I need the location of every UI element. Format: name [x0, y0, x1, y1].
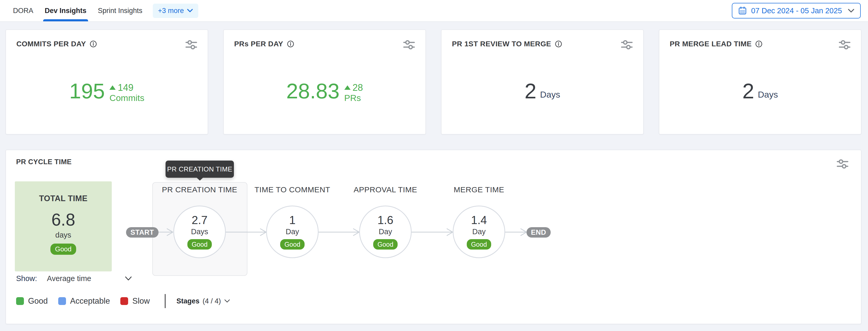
- metric-unit: PRs: [344, 93, 361, 103]
- stage-pr-creation-time[interactable]: PR CREATION TIME 2.7 Days Good: [158, 185, 241, 258]
- metric-unit: Days: [758, 89, 778, 100]
- metric-value: 195: [69, 80, 105, 102]
- legend-swatch-slow: [120, 297, 128, 305]
- stage-label: PR CREATION TIME: [162, 185, 237, 194]
- stage-tooltip: PR CREATION TIME: [165, 161, 234, 178]
- tab-dev-insights-label: Dev Insights: [45, 7, 87, 15]
- status-badge: Good: [467, 239, 491, 250]
- card-commits-per-day: COMMITS PER DAY 195 149 Commits: [5, 29, 208, 135]
- card-pr-first-review-to-merge: PR 1ST REVIEW TO MERGE 2 Days: [441, 29, 644, 135]
- date-range-picker[interactable]: 07 Dec 2024 - 05 Jan 2025: [732, 3, 861, 19]
- legend-item-slow: Slow: [120, 296, 150, 306]
- stage-unit: Days: [191, 227, 208, 236]
- stage-unit: Day: [472, 227, 486, 236]
- metric-unit: Commits: [110, 93, 144, 103]
- chevron-down-icon: [224, 299, 230, 303]
- legend-label: Good: [28, 296, 48, 306]
- stage-merge-time[interactable]: MERGE TIME 1.4 Day Good: [437, 185, 521, 258]
- stage-label: APPROVAL TIME: [354, 185, 417, 194]
- chevron-down-icon: [124, 276, 132, 281]
- legend-item-acceptable: Acceptable: [58, 296, 110, 306]
- stage-time-to-comment[interactable]: TIME TO COMMENT 1 Day Good: [250, 185, 334, 258]
- stage-circle[interactable]: 1 Day Good: [266, 205, 319, 258]
- date-range-label: 07 Dec 2024 - 05 Jan 2025: [751, 6, 842, 15]
- legend-label: Acceptable: [70, 296, 110, 306]
- legend-swatch-good: [16, 297, 24, 305]
- top-bar: DORA Dev Insights Sprint Insights +3 mor…: [0, 0, 868, 22]
- tab-bar: DORA Dev Insights Sprint Insights +3 mor…: [7, 0, 198, 21]
- metric-delta: 28: [353, 82, 363, 93]
- metric-unit: Days: [540, 89, 560, 100]
- card-prs-per-day: PRs PER DAY 28.83 28 PRs: [223, 29, 426, 135]
- stages-filter-dropdown[interactable]: Stages (4 / 4): [177, 297, 230, 305]
- legend: Good Acceptable Slow Stages (4 / 4): [16, 294, 230, 308]
- more-tabs-dropdown[interactable]: +3 more: [153, 4, 198, 18]
- legend-item-good: Good: [16, 296, 48, 306]
- stage-value: 1.6: [377, 214, 393, 226]
- info-icon[interactable]: [90, 40, 97, 48]
- stage-tooltip-label: PR CREATION TIME: [167, 165, 232, 173]
- chevron-down-icon: [848, 8, 855, 13]
- stages-filter-count: (4 / 4): [203, 297, 221, 305]
- up-arrow-icon: [110, 85, 116, 90]
- info-icon[interactable]: [555, 40, 562, 48]
- legend-swatch-acceptable: [58, 297, 66, 305]
- stage-value: 1: [289, 214, 296, 226]
- stage-circle[interactable]: 1.4 Day Good: [453, 205, 505, 258]
- show-mode-dropdown[interactable]: Show: Average time: [16, 272, 132, 284]
- stage-approval-time[interactable]: APPROVAL TIME 1.6 Day Good: [344, 185, 427, 258]
- status-badge: Good: [187, 239, 212, 250]
- stage-value: 2.7: [191, 214, 207, 226]
- filter-sliders-icon[interactable]: [185, 39, 197, 51]
- filter-sliders-icon[interactable]: [837, 159, 848, 170]
- status-badge: Good: [373, 239, 397, 250]
- tab-dora[interactable]: DORA: [7, 0, 39, 21]
- metric-value: 28.83: [286, 80, 339, 102]
- status-badge: Good: [280, 239, 304, 250]
- tab-sprint-insights[interactable]: Sprint Insights: [92, 0, 148, 21]
- metric-value: 2: [524, 80, 536, 102]
- stage-label: TIME TO COMMENT: [254, 185, 330, 194]
- tab-dev-insights[interactable]: Dev Insights: [39, 0, 92, 21]
- stage-unit: Day: [379, 227, 392, 236]
- pr-cycle-time-panel: PR CYCLE TIME TOTAL TIME 6.8 days Good P…: [5, 149, 862, 324]
- flow-end-pill: END: [527, 227, 551, 238]
- card-title: PRs PER DAY: [234, 40, 283, 48]
- stages-filter-label: Stages: [177, 297, 199, 305]
- stage-unit: Day: [286, 227, 299, 236]
- tab-dora-label: DORA: [13, 7, 33, 15]
- flow-start-pill: START: [126, 227, 158, 238]
- info-icon[interactable]: [287, 40, 294, 48]
- calendar-icon: [738, 6, 747, 15]
- filter-sliders-icon[interactable]: [839, 39, 850, 51]
- card-title: PR MERGE LEAD TIME: [670, 40, 751, 48]
- legend-label: Slow: [132, 296, 150, 306]
- info-icon[interactable]: [755, 40, 763, 48]
- more-tabs-label: +3 more: [158, 7, 184, 15]
- metric-cards-row: COMMITS PER DAY 195 149 Commits: [5, 29, 862, 135]
- card-pr-merge-lead-time: PR MERGE LEAD TIME 2 Days: [659, 29, 862, 135]
- tab-sprint-insights-label: Sprint Insights: [98, 7, 143, 15]
- legend-divider: [165, 294, 165, 308]
- card-title: PR 1ST REVIEW TO MERGE: [452, 40, 551, 48]
- show-selected-value: Average time: [47, 274, 91, 283]
- filter-sliders-icon[interactable]: [621, 39, 633, 51]
- stage-circle[interactable]: 2.7 Days Good: [173, 205, 226, 258]
- stage-circle[interactable]: 1.6 Day Good: [359, 205, 412, 258]
- up-arrow-icon: [344, 85, 350, 90]
- metric-delta: 149: [118, 82, 133, 93]
- stage-value: 1.4: [471, 214, 487, 226]
- stage-label: MERGE TIME: [454, 185, 504, 194]
- show-label: Show:: [16, 274, 37, 283]
- filter-sliders-icon[interactable]: [403, 39, 415, 51]
- chevron-down-icon: [187, 8, 193, 13]
- card-title: COMMITS PER DAY: [17, 40, 86, 48]
- metric-value: 2: [742, 80, 754, 102]
